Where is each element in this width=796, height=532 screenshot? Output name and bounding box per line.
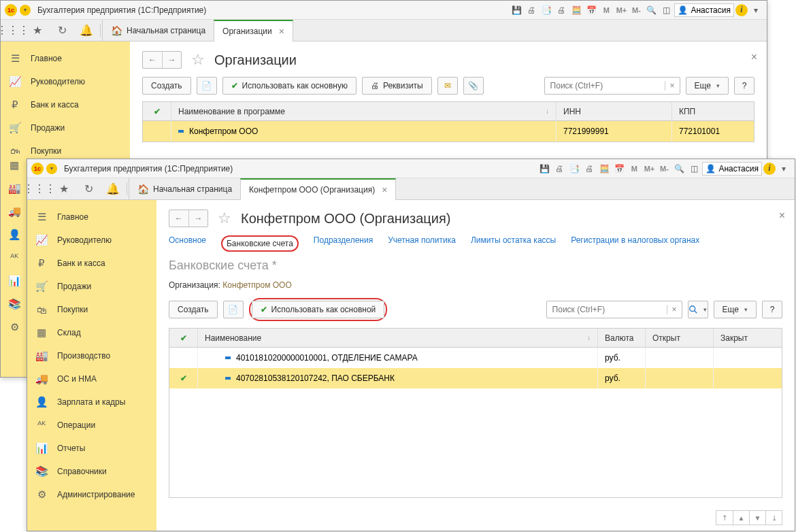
- caret-down-icon[interactable]: ▾: [777, 162, 791, 176]
- tab-home[interactable]: 🏠Начальная страница: [129, 178, 240, 199]
- search-box[interactable]: ×: [546, 301, 682, 318]
- history-icon[interactable]: ↻: [76, 178, 101, 199]
- search-box[interactable]: ×: [544, 77, 680, 95]
- save-icon[interactable]: 💾: [510, 3, 523, 17]
- calc-mplus[interactable]: M+: [614, 3, 628, 17]
- close-tab-icon[interactable]: ×: [382, 184, 387, 195]
- nav-back[interactable]: ←: [143, 52, 162, 68]
- subnav-main[interactable]: Основное: [169, 235, 206, 252]
- more-button[interactable]: Еще▾: [714, 301, 757, 318]
- app-menu-dropdown[interactable]: ▾: [20, 5, 31, 16]
- calc-mminus[interactable]: M-: [629, 3, 643, 17]
- zoom-icon[interactable]: 🔍: [644, 3, 658, 17]
- sidebar-item-bank[interactable]: ₽Банк и касса: [1, 93, 130, 116]
- create-button[interactable]: Создать: [142, 77, 191, 95]
- sidebar-item-warehouse[interactable]: ▦: [1, 154, 28, 177]
- close-tab-icon[interactable]: ×: [279, 26, 284, 37]
- sidebar-item-sales[interactable]: 🛒Продажи: [1, 116, 130, 139]
- sidebar-item-sales[interactable]: 🛒Продажи: [27, 275, 156, 298]
- org-value[interactable]: Конфетпром ООО: [222, 280, 291, 290]
- user-menu[interactable]: 👤Анастасия: [702, 162, 762, 176]
- table-row[interactable]: ✔ 40702810538120107242, ПАО СБЕРБАНК руб…: [169, 368, 782, 388]
- col-opened[interactable]: Открыт: [646, 329, 714, 347]
- sidebar-item-reports[interactable]: 📊Отчеты: [27, 437, 156, 460]
- scroll-up-icon[interactable]: ▲: [733, 511, 749, 525]
- clear-icon[interactable]: ×: [665, 81, 680, 90]
- subnav-policy[interactable]: Учетная политика: [388, 235, 456, 252]
- sidebar-item-assets[interactable]: 🚚: [1, 200, 28, 223]
- scroll-down-icon[interactable]: ▼: [749, 511, 765, 525]
- subnav-tax[interactable]: Регистрации в налоговых органах: [571, 235, 699, 252]
- compare-icon[interactable]: 📑: [540, 3, 553, 17]
- more-button[interactable]: Еще▾: [686, 77, 729, 95]
- col-currency[interactable]: Валюта: [598, 329, 646, 347]
- scroll-bottom-icon[interactable]: ⤓: [765, 511, 782, 525]
- set-main-button[interactable]: ✔Использовать как основную: [222, 77, 356, 95]
- calc-mplus[interactable]: M+: [642, 162, 656, 176]
- sidebar-item-admin[interactable]: ⚙: [1, 316, 28, 339]
- email-button[interactable]: ✉: [437, 77, 458, 95]
- user-menu[interactable]: 👤Анастасия: [674, 3, 734, 17]
- sidebar-item-main[interactable]: ☰Главное: [27, 205, 156, 229]
- sidebar-item-manager[interactable]: 📈Руководителю: [1, 70, 130, 93]
- sidebar-item-admin[interactable]: ⚙Администрирование: [27, 483, 156, 506]
- table-row[interactable]: Конфетпром ООО 7721999991 772101001: [143, 121, 754, 142]
- tab-org-detail[interactable]: Конфетпром ООО (Организация)×: [240, 178, 396, 200]
- print-icon[interactable]: 🖨: [552, 162, 566, 176]
- sidebar-item-handbooks[interactable]: 📚Справочники: [27, 460, 156, 483]
- set-main-button[interactable]: ✔Использовать как основной: [252, 301, 385, 318]
- favorite-icon[interactable]: ☆: [218, 210, 231, 227]
- sidebar-item-handbooks[interactable]: 📚: [1, 293, 28, 316]
- col-inn[interactable]: ИНН: [557, 102, 672, 120]
- calc-m[interactable]: M: [627, 162, 641, 176]
- nav-back[interactable]: ←: [169, 210, 188, 227]
- sidebar-item-production[interactable]: 🏭Производство: [27, 344, 156, 367]
- calendar-icon[interactable]: 📅: [612, 162, 626, 176]
- close-page-icon[interactable]: ×: [751, 51, 757, 63]
- nav-forward[interactable]: →: [188, 210, 208, 227]
- subnav-limits[interactable]: Лимиты остатка кассы: [471, 235, 556, 252]
- info-icon[interactable]: i: [763, 163, 776, 175]
- bell-icon[interactable]: 🔔: [74, 20, 99, 41]
- star-icon[interactable]: ★: [25, 20, 50, 41]
- sidebar-item-purchases[interactable]: 🛍Покупки: [27, 298, 156, 321]
- sidebar-item-bank[interactable]: ₽Банк и касса: [27, 252, 156, 275]
- bell-icon[interactable]: 🔔: [101, 178, 125, 199]
- clear-icon[interactable]: ×: [667, 305, 682, 314]
- col-name[interactable]: Наименование↓: [198, 329, 598, 347]
- favorite-icon[interactable]: ☆: [191, 51, 205, 69]
- print-icon[interactable]: 🖨: [525, 3, 538, 17]
- caret-down-icon[interactable]: ▾: [749, 3, 763, 17]
- search-input[interactable]: [545, 81, 665, 90]
- apps-icon[interactable]: ⋮⋮⋮: [1, 20, 25, 41]
- sidebar-item-reports[interactable]: 📊: [1, 269, 28, 293]
- star-icon[interactable]: ★: [52, 178, 76, 199]
- zoom-icon[interactable]: 🔍: [672, 162, 686, 176]
- help-button[interactable]: ?: [734, 77, 754, 95]
- history-icon[interactable]: ↻: [50, 20, 74, 41]
- calc-mminus[interactable]: M-: [657, 162, 671, 176]
- subnav-divisions[interactable]: Подразделения: [314, 235, 373, 252]
- calendar-icon[interactable]: 📅: [584, 3, 598, 17]
- sidebar-item-assets[interactable]: 🚚ОС и НМА: [27, 367, 156, 390]
- help-button[interactable]: ?: [762, 301, 782, 318]
- copy-button[interactable]: 📄: [197, 77, 217, 95]
- app-menu-dropdown[interactable]: ▾: [46, 163, 57, 174]
- calc-m[interactable]: M: [599, 3, 613, 17]
- col-kpp[interactable]: КПП: [672, 102, 754, 120]
- sidebar-item-warehouse[interactable]: ▦Склад: [27, 321, 156, 344]
- col-closed[interactable]: Закрыт: [714, 329, 782, 347]
- copy-button[interactable]: 📄: [223, 301, 244, 318]
- sidebar-item-manager[interactable]: 📈Руководителю: [27, 229, 156, 252]
- sidebar-item-operations[interactable]: ᴬᴷ: [1, 246, 28, 269]
- calculator-icon[interactable]: 🧮: [569, 3, 583, 17]
- doc-icon[interactable]: 🖨: [582, 162, 596, 176]
- sidebar-item-hr[interactable]: 👤: [1, 223, 28, 246]
- compare-icon[interactable]: 📑: [567, 162, 581, 176]
- nav-forward[interactable]: →: [162, 52, 181, 68]
- create-button[interactable]: Создать: [169, 301, 218, 318]
- requisites-button[interactable]: 🖨Реквизиты: [362, 77, 432, 95]
- doc-icon[interactable]: 🖨: [554, 3, 568, 17]
- sidebar-item-main[interactable]: ☰Главное: [1, 47, 130, 70]
- panels-icon[interactable]: ◫: [687, 162, 701, 176]
